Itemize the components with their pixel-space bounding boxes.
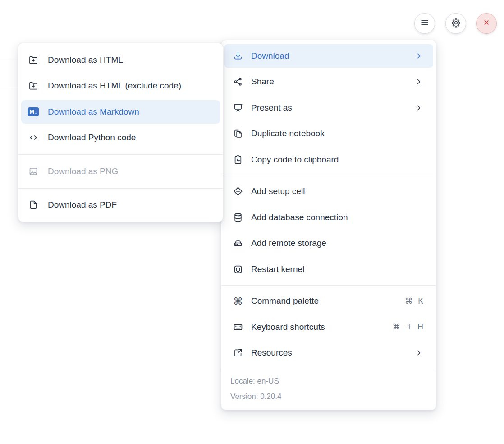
close-icon	[481, 17, 492, 30]
chevron-right-icon	[414, 103, 423, 112]
gear-icon	[451, 18, 461, 30]
hard-drive-icon	[233, 238, 243, 249]
image-icon	[28, 166, 39, 177]
hamburger-icon	[419, 17, 430, 30]
menu-item-keyboard-shortcuts[interactable]: Keyboard shortcuts ⌘ ⇧ H	[221, 314, 436, 340]
page-rule-line	[0, 60, 18, 60]
menu-item-label: Resources	[251, 348, 292, 358]
chevron-right-icon	[414, 77, 423, 86]
file-icon	[28, 199, 39, 210]
markdown-badge-icon: M↓	[28, 106, 39, 117]
menu-item-duplicate-notebook[interactable]: Duplicate notebook	[221, 121, 436, 147]
close-button[interactable]	[476, 13, 497, 34]
external-link-icon	[233, 347, 243, 358]
clipboard-import-icon	[233, 154, 243, 165]
chevron-right-icon	[414, 348, 423, 357]
notebook-menu-section-3: ⌘ Command palette ⌘ K Keyboard shortcuts…	[221, 286, 436, 369]
notebook-menu-section-2: Add setup cell Add database connection A…	[221, 176, 436, 285]
menu-item-label: Add database connection	[251, 213, 348, 222]
menu-item-download-as-html-exclude-code[interactable]: Download as HTML (exclude code)	[18, 73, 223, 99]
diamond-plus-icon	[233, 186, 243, 197]
download-icon	[233, 51, 243, 61]
code-icon	[28, 132, 39, 143]
menu-item-download-as-png: Download as PNG	[18, 158, 223, 185]
menu-item-label: Share	[251, 77, 274, 87]
keyboard-icon	[233, 322, 243, 333]
menu-item-add-setup-cell[interactable]: Add setup cell	[221, 179, 436, 205]
settings-button[interactable]	[445, 13, 466, 34]
menu-item-label: Download as HTML (exclude code)	[48, 81, 181, 91]
download-submenu: Download as HTML Download as HTML (exclu…	[18, 43, 223, 222]
menu-item-command-palette[interactable]: ⌘ Command palette ⌘ K	[221, 288, 436, 314]
menu-item-download-as-pdf[interactable]: Download as PDF	[18, 192, 223, 218]
menu-item-resources[interactable]: Resources	[221, 340, 436, 366]
menu-item-label: Duplicate notebook	[251, 129, 325, 139]
shortcut-hint: ⌘ ⇧ H	[392, 322, 423, 332]
menu-item-label: Add setup cell	[251, 186, 305, 196]
menu-item-add-remote-storage[interactable]: Add remote storage	[221, 231, 436, 257]
menu-item-label: Restart kernel	[251, 264, 304, 274]
menu-item-label: Download as Markdown	[48, 107, 139, 117]
menu-button[interactable]	[414, 13, 435, 34]
duplicate-icon	[233, 128, 243, 139]
notebook-menu: Download Share Present as	[221, 40, 436, 410]
menu-item-label: Copy code to clipboard	[251, 155, 339, 165]
folder-download-icon	[28, 55, 39, 65]
version-text: Version: 0.20.4	[230, 389, 436, 404]
page-rule-line	[0, 90, 18, 90]
download-submenu-section-3: Download as PDF	[18, 189, 223, 222]
menu-item-add-database-connection[interactable]: Add database connection	[221, 204, 436, 231]
menu-item-label: Add remote storage	[251, 238, 326, 248]
menu-item-download-as-markdown[interactable]: M↓ Download as Markdown	[18, 99, 223, 125]
menu-item-label: Command palette	[251, 296, 319, 306]
menu-footer: Locale: en-US Version: 0.20.4	[221, 369, 436, 410]
menu-item-label: Download as PNG	[48, 166, 118, 176]
download-submenu-section-1: Download as HTML Download as HTML (exclu…	[18, 43, 223, 154]
shortcut-hint: ⌘ K	[405, 296, 423, 306]
menu-item-share[interactable]: Share	[221, 69, 436, 95]
menu-item-label: Download as PDF	[48, 200, 117, 210]
menu-item-label: Download Python code	[48, 133, 136, 143]
power-icon	[233, 264, 243, 275]
menu-item-present-as[interactable]: Present as	[221, 95, 436, 121]
chevron-right-icon	[414, 51, 423, 60]
menu-item-download-python-code[interactable]: Download Python code	[18, 125, 223, 151]
share-icon	[233, 76, 243, 87]
menu-item-copy-code-to-clipboard[interactable]: Copy code to clipboard	[221, 147, 436, 173]
command-icon: ⌘	[233, 296, 243, 306]
menu-item-label: Download as HTML	[48, 55, 123, 65]
menu-item-label: Present as	[251, 103, 292, 113]
menu-item-download[interactable]: Download	[221, 43, 436, 69]
locale-text: Locale: en-US	[230, 374, 436, 389]
presentation-icon	[233, 102, 243, 113]
database-icon	[233, 212, 243, 223]
menu-item-label: Download	[251, 51, 289, 61]
download-submenu-section-2: Download as PNG	[18, 155, 223, 188]
folder-download-icon	[28, 80, 39, 91]
menu-item-label: Keyboard shortcuts	[251, 322, 325, 332]
menu-item-download-as-html[interactable]: Download as HTML	[18, 47, 223, 73]
menu-item-restart-kernel[interactable]: Restart kernel	[221, 256, 436, 282]
notebook-menu-section-1: Download Share Present as	[221, 40, 436, 176]
